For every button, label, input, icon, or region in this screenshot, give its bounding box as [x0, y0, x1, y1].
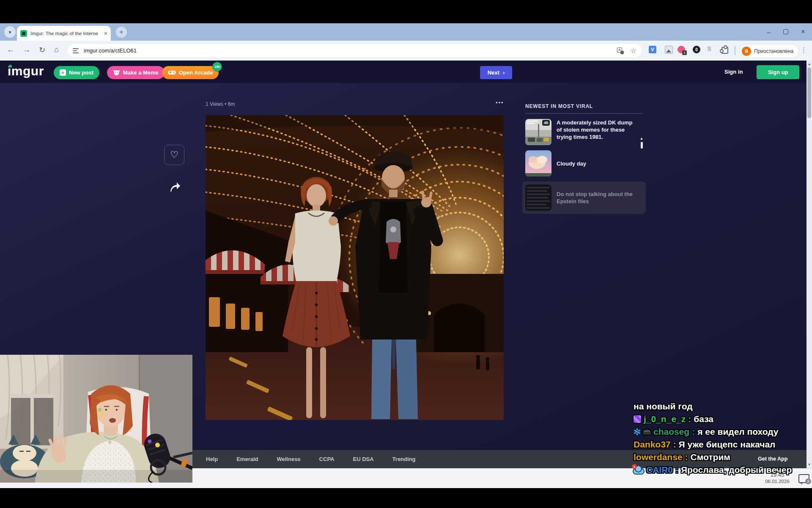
toolbar-separator [735, 46, 735, 55]
chat-text: база [694, 414, 713, 424]
gamepad-icon [168, 70, 176, 75]
footer-link-help[interactable]: Help [206, 456, 218, 462]
post-menu-icon[interactable]: ••• [496, 99, 504, 106]
chat-badge-cloud-icon: 1 [634, 466, 644, 474]
favorite-button[interactable]: ♡ [164, 145, 184, 165]
browser-tab[interactable]: Imgur: The magic of the Interne × [17, 26, 111, 41]
chat-message: 1 CAIR0 : Ярослава, добрый вечер [634, 465, 812, 475]
imgur-favicon-icon [20, 30, 27, 37]
thumbnail-memes[interactable]: 45 [525, 119, 551, 145]
extension-zero-icon[interactable]: 0 [693, 46, 700, 53]
imgur-header: imgur + New post Make a Meme [0, 61, 812, 83]
chat-text: Ярослава, добрый вечер [681, 465, 792, 475]
post-meta: 1 Views • 6m [206, 101, 235, 107]
sidebar-item-title[interactable]: A moderately sized DK dump of stolen mem… [551, 119, 635, 145]
chat-message: chaoseg : я ее видел походу [634, 427, 812, 437]
chevron-right-icon: › [503, 69, 505, 76]
minimize-button[interactable]: – [767, 28, 771, 36]
extension-pink-icon[interactable]: 1 [678, 46, 685, 53]
sidebar-divider [525, 113, 643, 114]
taskbar-date: 06.01.2026 [760, 478, 794, 485]
imgur-logo[interactable]: imgur [8, 64, 44, 78]
thumbnail-epstein[interactable] [525, 185, 551, 211]
close-window-button[interactable]: × [801, 28, 805, 36]
thumbnail-clouds[interactable] [525, 150, 551, 177]
sidebar-most-viral: NEWEST IN MOST VIRAL 45 [525, 103, 643, 214]
sidebar-item-title[interactable]: Cloudy day [551, 160, 635, 167]
open-arcade-button[interactable]: Open Arcade 18h [162, 66, 219, 79]
next-button[interactable]: Next› [480, 66, 512, 79]
home-icon[interactable]: ⌂ [54, 45, 59, 54]
sign-up-button[interactable]: Sign up [757, 65, 799, 79]
chat-colon: : [673, 439, 676, 450]
profile-avatar: Я [742, 47, 751, 56]
stream-chat-overlay: на новый год j_0_n_e_z : база chaoseg : … [634, 401, 812, 478]
chat-colon: : [675, 465, 678, 475]
tab-close-icon[interactable]: × [104, 30, 107, 37]
share-arrow-icon [169, 182, 181, 193]
browser-menu-icon[interactable]: ⋮ [801, 46, 807, 54]
chat-badge-pixel-icon [634, 415, 641, 423]
chat-text: я ее видел походу [697, 427, 778, 437]
translate-icon[interactable]: A [617, 47, 624, 54]
new-post-button[interactable]: + New post [54, 66, 99, 79]
tab-strip: ▾ Imgur: The magic of the Interne × + – … [0, 23, 812, 41]
scrollbar-up-icon[interactable]: ▲ [807, 62, 812, 66]
cat-icon [113, 69, 120, 76]
footer-link-emerald[interactable]: Emerald [236, 456, 258, 462]
chat-text: на новый год [634, 401, 693, 411]
chat-message: на новый год [634, 401, 812, 411]
profile-status-label: Приостановлена [754, 48, 793, 54]
maximize-button[interactable] [783, 29, 788, 34]
sidebar-item-title[interactable]: Do not stop talking about the Epstein fi… [551, 190, 635, 205]
make-a-meme-button[interactable]: Make a Meme [107, 66, 165, 79]
chat-colon: : [685, 452, 688, 462]
notification-badge: 2 [805, 478, 811, 484]
chat-badge-snowflake-icon [634, 428, 640, 435]
share-button[interactable] [167, 180, 182, 194]
extensions-puzzle-icon[interactable] [721, 47, 728, 54]
tab-search-chevron-icon[interactable]: ▾ [4, 26, 16, 38]
scroll-up-icon: ▲ [639, 137, 644, 141]
sidebar-item[interactable]: 45 A moderately sized DK dump of stolen … [525, 119, 643, 145]
chat-badge-cap-icon [643, 429, 651, 435]
footer-link-eudsa[interactable]: EU DSA [353, 456, 373, 462]
chat-text: Смотрим [691, 452, 730, 462]
chat-colon: : [688, 414, 691, 424]
extension-s-icon[interactable]: S [707, 45, 711, 52]
chat-colon: : [692, 427, 695, 437]
bookmark-star-icon[interactable]: ☆ [631, 47, 636, 55]
sidebar-item[interactable]: Do not stop talking about the Epstein fi… [522, 182, 646, 214]
footer-link-ccpa[interactable]: CCPA [319, 456, 335, 462]
chat-username: lowerdanse [634, 452, 683, 462]
footer-link-trending[interactable]: Trending [392, 456, 416, 462]
chat-username: Danko37 [634, 439, 671, 450]
site-info-icon[interactable] [73, 48, 80, 53]
chat-username: j_0_n_e_z [644, 414, 686, 424]
heart-icon: ♡ [170, 149, 178, 160]
address-bar[interactable]: imgur.com/a/ctELO61 A ☆ [68, 44, 642, 57]
sidebar-scrollbar[interactable]: ▲ [639, 137, 644, 149]
imgur-logo-dot [9, 65, 12, 68]
back-icon[interactable]: ← [7, 45, 14, 54]
chat-username: CAIR0 [646, 465, 673, 475]
profile-chip[interactable]: Я Приостановлена [739, 44, 799, 58]
footer-link-wellness[interactable]: Wellness [277, 456, 300, 462]
extension-screenshot-icon[interactable] [665, 46, 673, 54]
url-text[interactable]: imgur.com/a/ctELO61 [84, 47, 617, 54]
reload-icon[interactable]: ↻ [39, 45, 45, 55]
chat-text: Я уже бицепс накачал [679, 439, 776, 450]
sidebar-title: NEWEST IN MOST VIRAL [525, 103, 643, 109]
post-image[interactable] [206, 115, 504, 420]
sidebar-item[interactable]: Cloudy day [525, 150, 643, 177]
new-tab-button[interactable]: + [116, 27, 127, 38]
scrollbar-thumb[interactable] [807, 67, 811, 118]
extension-v-icon[interactable]: V [649, 46, 656, 53]
forward-icon[interactable]: → [23, 45, 30, 54]
chat-username: chaoseg [653, 427, 689, 437]
window-controls: – × [767, 24, 805, 39]
browser-toolbar: ← → ↻ ⌂ imgur.com/a/ctELO61 A ☆ V 1 0 S [0, 41, 812, 61]
sign-in-link[interactable]: Sign in [724, 69, 743, 75]
webcam-overlay [0, 355, 192, 483]
tab-title: Imgur: The magic of the Interne [30, 31, 102, 36]
